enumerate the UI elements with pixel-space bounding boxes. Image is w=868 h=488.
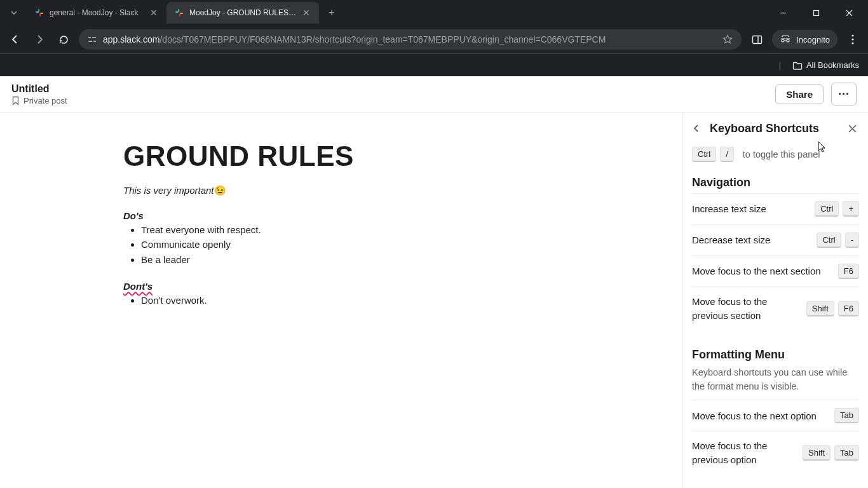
kbd-key: - (845, 233, 859, 248)
toggle-hint: Ctrl / to toggle this panel (692, 147, 859, 162)
svg-rect-11 (88, 41, 92, 42)
privacy-label: Private post (24, 96, 67, 105)
url-text: app.slack.com/docs/T067MEBPPUY/F066NAMN1… (103, 34, 716, 44)
address-bar: app.slack.com/docs/T067MEBPPUY/F066NAMN1… (0, 25, 868, 53)
back-button[interactable] (6, 30, 24, 48)
shortcut-row: Move focus to the next section F6 (692, 255, 859, 287)
document-header: Untitled Private post Share ··· (0, 76, 868, 112)
more-actions-button[interactable]: ··· (831, 83, 857, 105)
donts-list[interactable]: Don't overwork. (123, 293, 682, 308)
section-title-navigation: Navigation (692, 176, 859, 189)
list-item[interactable]: Don't overwork. (141, 293, 682, 308)
divider: | (779, 60, 781, 70)
toggle-hint-text: to toggle this panel (743, 149, 820, 159)
dos-heading[interactable]: Do's (123, 210, 682, 221)
doc-name[interactable]: Untitled (11, 83, 768, 95)
browser-chrome: general - MoodJoy - Slack ✕ MoodJoy - GR… (0, 0, 868, 76)
folder-icon (792, 61, 803, 70)
shortcut-label: Increase text size (692, 202, 810, 216)
document-canvas[interactable]: GROUND RULES This is very important😉 Do'… (0, 112, 682, 488)
maximize-button[interactable] (802, 3, 830, 23)
panel-close-button[interactable] (845, 121, 859, 135)
panel-title: Keyboard Shortcuts (710, 122, 839, 135)
shortcut-row: Decrease text size Ctrl- (692, 224, 859, 255)
close-window-button[interactable] (835, 3, 863, 23)
panel-back-button[interactable] (689, 121, 703, 135)
browser-tab-1[interactable]: MoodJoy - GROUND RULES - S ✕ (166, 2, 319, 24)
list-item[interactable]: Communicate openly (141, 237, 682, 252)
svg-point-15 (851, 34, 853, 36)
new-tab-button[interactable]: + (323, 4, 341, 22)
kbd-key: Shift (806, 301, 834, 316)
bookmark-icon (11, 96, 20, 105)
minimize-button[interactable] (769, 3, 797, 23)
bookmarks-bar: | All Bookmarks (0, 53, 868, 76)
doc-heading[interactable]: GROUND RULES (123, 140, 682, 172)
shortcut-row: Move focus to the previous option ShiftT… (692, 431, 859, 475)
close-icon[interactable]: ✕ (301, 8, 311, 18)
window-controls (769, 3, 863, 23)
kbd-key: Ctrl (815, 201, 839, 217)
doc-privacy[interactable]: Private post (11, 96, 768, 105)
section-description: Keyboard shortcuts you can use while the… (692, 365, 859, 394)
all-bookmarks-label: All Bookmarks (806, 60, 859, 70)
svg-rect-7 (179, 13, 180, 17)
tab-title: general - MoodJoy - Slack (50, 8, 145, 17)
svg-rect-9 (88, 37, 91, 38)
url-field[interactable]: app.slack.com/docs/T067MEBPPUY/F066NAMN1… (79, 29, 742, 50)
incognito-icon (780, 35, 791, 44)
slack-icon (174, 8, 184, 18)
kbd-key: Tab (834, 445, 859, 461)
all-bookmarks-button[interactable]: All Bookmarks (792, 60, 859, 70)
bookmark-star-icon[interactable] (722, 34, 733, 44)
svg-point-16 (851, 38, 853, 40)
kbd-key: F6 (838, 301, 859, 316)
chrome-menu-button[interactable] (844, 30, 862, 48)
shortcut-row: Move focus to the previous section Shift… (692, 287, 859, 330)
svg-rect-12 (93, 41, 96, 42)
tab-bar: general - MoodJoy - Slack ✕ MoodJoy - GR… (0, 0, 868, 25)
wink-emoji: 😉 (214, 185, 226, 196)
svg-point-17 (851, 42, 853, 44)
tab-search-dropdown[interactable] (5, 4, 23, 22)
svg-rect-3 (39, 13, 41, 17)
kbd-key: F6 (838, 264, 859, 279)
shortcut-row: Increase text size Ctrl+ (692, 193, 859, 224)
svg-rect-13 (752, 36, 761, 43)
list-item[interactable]: Treat everyone with respect. (141, 222, 682, 237)
kbd-key: Tab (834, 408, 859, 423)
share-button[interactable]: Share (775, 85, 824, 104)
svg-rect-8 (813, 10, 818, 15)
list-item[interactable]: Be a leader (141, 252, 682, 267)
keyboard-shortcuts-panel: Keyboard Shortcuts Ctrl / to toggle this… (682, 112, 868, 488)
tab-title: MoodJoy - GROUND RULES - S (189, 8, 297, 17)
shortcut-row: Move focus to the next option Tab (692, 400, 859, 431)
close-icon[interactable]: ✕ (149, 8, 159, 18)
donts-heading[interactable]: Dont's (123, 281, 153, 292)
browser-tab-0[interactable]: general - MoodJoy - Slack ✕ (27, 2, 166, 24)
doc-intro[interactable]: This is very important😉 (123, 185, 682, 196)
dos-list[interactable]: Treat everyone with respect. Communicate… (123, 222, 682, 267)
shortcut-label: Move focus to the previous option (692, 439, 797, 467)
reload-button[interactable] (55, 30, 72, 48)
incognito-label: Incognito (796, 35, 830, 44)
site-settings-icon[interactable] (88, 35, 97, 44)
kbd-key: Ctrl (817, 233, 841, 248)
svg-rect-10 (92, 37, 96, 38)
section-title-formatting: Formatting Menu (692, 348, 859, 362)
shortcut-label: Move focus to the next option (692, 409, 829, 423)
incognito-indicator[interactable]: Incognito (772, 30, 837, 49)
svg-rect-6 (178, 9, 179, 12)
slack-app: Untitled Private post Share ··· GROUND R… (0, 76, 868, 488)
kbd-key: + (843, 201, 859, 217)
forward-button[interactable] (31, 30, 48, 48)
kbd-key: / (720, 147, 734, 162)
kbd-key: Ctrl (692, 147, 716, 162)
kbd-key: Shift (803, 445, 831, 461)
svg-rect-2 (38, 9, 39, 12)
slack-icon (34, 8, 44, 18)
shortcut-label: Decrease text size (692, 233, 811, 247)
shortcut-label: Move focus to the next section (692, 264, 833, 278)
side-panel-icon[interactable] (748, 30, 766, 48)
shortcut-label: Move focus to the previous section (692, 295, 801, 323)
